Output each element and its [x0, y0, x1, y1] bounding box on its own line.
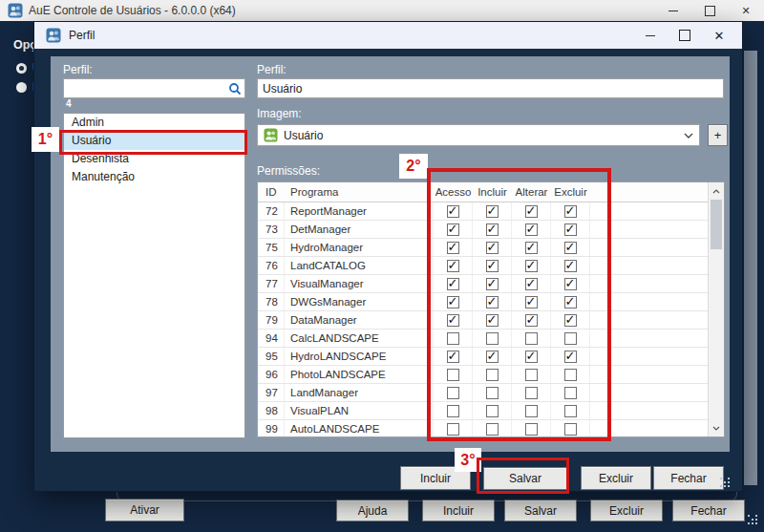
- users-app-icon: [46, 28, 61, 43]
- cell-id: 79: [258, 311, 285, 329]
- cell-program: CalcLANDSCAPE: [285, 330, 434, 347]
- scroll-down-icon[interactable]: [709, 420, 724, 436]
- cell-id: 72: [258, 202, 285, 220]
- cell-id: 99: [258, 420, 285, 437]
- dialog-resize-grip[interactable]: [720, 478, 732, 489]
- profile-list-label: Perfil:: [63, 63, 93, 76]
- cell-program: VisualManager: [285, 275, 434, 292]
- dialog-titlebar: Perfil ✕: [34, 22, 742, 49]
- annotation-1-box: [59, 130, 247, 155]
- image-combobox[interactable]: Usuário: [257, 124, 700, 146]
- main-close-button[interactable]: ✕: [728, 0, 764, 21]
- annotation-1-label: 1°: [32, 127, 59, 152]
- image-combobox-value: Usuário: [284, 129, 684, 142]
- dialog-maximize-button[interactable]: [668, 22, 702, 49]
- cell-id: 76: [258, 257, 285, 274]
- cell-program: HydroManager: [285, 239, 434, 256]
- annotation-2-label: 2°: [399, 154, 428, 179]
- search-icon[interactable]: [228, 82, 242, 96]
- cell-id: 77: [258, 275, 285, 292]
- cell-id: 78: [258, 293, 285, 310]
- cell-id: 73: [258, 221, 285, 238]
- column-header-id[interactable]: ID: [258, 186, 285, 198]
- dialog-close-button[interactable]: ✕: [702, 22, 736, 49]
- profile-name-input[interactable]: [257, 78, 724, 98]
- radio-selected-icon[interactable]: [16, 63, 27, 74]
- add-image-button[interactable]: +: [708, 124, 728, 146]
- profile-listbox: AdminUsuárioDesenhistaManutenção: [63, 113, 245, 438]
- cell-program: LandCATALOG: [285, 257, 434, 274]
- main-window-resize-grip[interactable]: [748, 515, 759, 526]
- dialog-title: Perfil: [69, 29, 95, 42]
- cell-program: DataManager: [285, 311, 434, 329]
- profile-search-input[interactable]: [63, 78, 245, 98]
- main-window-title: AuE Controle de Usuários - 6.0.0.0 (x64): [29, 4, 236, 17]
- chevron-down-icon: [684, 133, 693, 138]
- profile-count: 4: [66, 98, 72, 109]
- scrollbar-thumb[interactable]: [711, 200, 722, 249]
- cell-program: LandManager: [285, 384, 434, 401]
- annotation-2-box: [427, 168, 611, 441]
- dialog-excluir-button[interactable]: Excluir: [581, 466, 651, 490]
- main-excluir-button[interactable]: Excluir: [590, 500, 663, 521]
- cell-id: 96: [258, 366, 285, 383]
- user-image-icon: [264, 128, 278, 142]
- main-window-titlebar: AuE Controle de Usuários - 6.0.0.0 (x64)…: [0, 0, 764, 21]
- users-app-icon: [8, 3, 23, 18]
- cell-program: DetManager: [285, 221, 434, 238]
- column-header-programa[interactable]: Programa: [285, 186, 434, 198]
- main-salvar-button[interactable]: Salvar: [504, 500, 577, 521]
- cell-id: 94: [258, 330, 285, 347]
- cell-program: ReportManager: [285, 202, 434, 220]
- cell-program: VisualPLAN: [285, 402, 434, 419]
- cell-program: PhotoLANDSCAPE: [285, 366, 434, 383]
- main-content-panel-edge: [744, 51, 757, 485]
- cell-id: 75: [258, 239, 285, 256]
- list-item-manutenção[interactable]: Manutenção: [64, 168, 244, 186]
- cell-id: 95: [258, 348, 285, 365]
- main-incluir-button[interactable]: Incluir: [422, 500, 495, 521]
- cell-program: HydroLANDSCAPE: [285, 348, 434, 365]
- image-label: Imagem:: [257, 107, 302, 120]
- annotation-3-box: [477, 458, 569, 494]
- table-scrollbar[interactable]: [708, 182, 724, 436]
- cell-program: DWGsManager: [285, 293, 434, 310]
- screen: AuE Controle de Usuários - 6.0.0.0 (x64)…: [0, 0, 764, 532]
- scroll-up-icon[interactable]: [709, 183, 724, 199]
- main-fechar-button[interactable]: Fechar: [672, 500, 745, 521]
- main-ajuda-button[interactable]: Ajuda: [336, 500, 409, 521]
- permissions-label: Permissões:: [257, 164, 320, 178]
- perfil-dialog: Perfil ✕ Perfil: 4 AdminUsuárioDesenhist…: [33, 21, 743, 492]
- cell-id: 98: [258, 402, 285, 419]
- dialog-fechar-button[interactable]: Fechar: [653, 466, 724, 490]
- cell-id: 97: [258, 384, 285, 401]
- main-minimize-button[interactable]: [655, 0, 691, 21]
- radio-unselected-icon[interactable]: [16, 82, 27, 93]
- ativar-button[interactable]: Ativar: [105, 499, 184, 521]
- main-maximize-button[interactable]: [691, 0, 728, 21]
- dialog-inner-panel: Perfil: 4 AdminUsuárioDesenhistaManutenç…: [51, 56, 730, 452]
- dialog-minimize-button[interactable]: [633, 22, 668, 49]
- profile-name-label: Perfil:: [257, 63, 286, 76]
